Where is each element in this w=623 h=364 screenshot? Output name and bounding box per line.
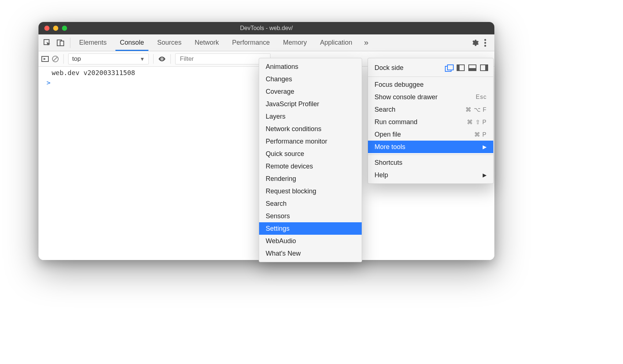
submenu-item-remote-devices[interactable]: Remote devices bbox=[259, 160, 362, 172]
submenu-item-label: WebAudio bbox=[266, 237, 296, 245]
submenu-item-webaudio[interactable]: WebAudio bbox=[259, 235, 362, 247]
menu-item-shortcut: ⌘ ⇧ P bbox=[467, 119, 487, 126]
submenu-item-performance-monitor[interactable]: Performance monitor bbox=[259, 135, 362, 148]
execution-context-select[interactable]: top ▼ bbox=[68, 53, 149, 64]
gear-icon[interactable] bbox=[471, 39, 479, 47]
submenu-item-what-s-new[interactable]: What's New bbox=[259, 247, 362, 260]
submenu-item-rendering[interactable]: Rendering bbox=[259, 172, 362, 185]
submenu-item-quick-source[interactable]: Quick source bbox=[259, 148, 362, 160]
menu-item-label: Focus debuggee bbox=[375, 81, 424, 89]
submenu-item-coverage[interactable]: Coverage bbox=[259, 85, 362, 98]
svg-point-3 bbox=[484, 39, 486, 41]
menu-item-label: Shortcuts bbox=[375, 159, 402, 167]
panel-tabs-bar: ElementsConsoleSourcesNetworkPerformance… bbox=[38, 34, 494, 51]
dock-right-icon[interactable] bbox=[480, 64, 488, 71]
window-title: DevTools - web.dev/ bbox=[38, 25, 494, 31]
traffic-lights bbox=[44, 26, 67, 31]
dock-left-icon[interactable] bbox=[457, 64, 465, 71]
submenu-item-label: Request blocking bbox=[266, 187, 316, 195]
submenu-item-changes[interactable]: Changes bbox=[259, 73, 362, 85]
submenu-item-label: Layers bbox=[266, 113, 285, 120]
menu-item-focus-debuggee[interactable]: Focus debuggee bbox=[368, 78, 493, 91]
submenu-item-label: What's New bbox=[266, 250, 301, 257]
more-tools-submenu: AnimationsChangesCoverageJavaScript Prof… bbox=[259, 58, 362, 262]
menu-item-label: Show console drawer bbox=[375, 93, 438, 101]
tabs-overflow-button[interactable]: » bbox=[359, 34, 373, 51]
menu-item-shortcut: ⌘ P bbox=[474, 131, 487, 138]
submenu-item-label: Changes bbox=[266, 75, 292, 83]
live-expression-icon[interactable] bbox=[158, 55, 166, 63]
svg-point-4 bbox=[484, 42, 486, 44]
submenu-item-animations[interactable]: Animations bbox=[259, 60, 362, 73]
menu-separator bbox=[368, 77, 493, 77]
submenu-item-label: Performance monitor bbox=[266, 138, 327, 145]
submenu-item-label: Search bbox=[266, 200, 287, 208]
dock-undock-icon[interactable] bbox=[445, 64, 453, 71]
menu-item-show-console-drawer[interactable]: Show console drawerEsc bbox=[368, 91, 493, 103]
submenu-item-label: Network conditions bbox=[266, 125, 321, 133]
chevron-right-icon: ▶ bbox=[483, 172, 487, 178]
dock-side-row: Dock side bbox=[368, 60, 493, 75]
menu-item-run-command[interactable]: Run command⌘ ⇧ P bbox=[368, 116, 493, 128]
tab-elements[interactable]: Elements bbox=[73, 34, 113, 51]
kebab-menu-icon[interactable] bbox=[484, 39, 486, 47]
dock-side-icons bbox=[445, 64, 488, 71]
submenu-item-search[interactable]: Search bbox=[259, 197, 362, 210]
execution-context-value: top bbox=[72, 55, 81, 63]
sidebar-toggle-icon[interactable] bbox=[41, 55, 49, 63]
tab-network[interactable]: Network bbox=[188, 34, 225, 51]
device-toolbar-icon[interactable] bbox=[57, 39, 64, 47]
separator bbox=[63, 54, 64, 64]
submenu-item-label: Remote devices bbox=[266, 163, 313, 170]
submenu-item-sensors[interactable]: Sensors bbox=[259, 210, 362, 222]
close-window-button[interactable] bbox=[44, 26, 49, 31]
tab-sources[interactable]: Sources bbox=[151, 34, 188, 51]
submenu-item-label: Animations bbox=[266, 63, 298, 71]
submenu-item-label: Sensors bbox=[266, 212, 290, 220]
submenu-item-label: Rendering bbox=[266, 175, 296, 183]
chevron-right-icon: ▶ bbox=[483, 144, 487, 150]
submenu-item-label: Coverage bbox=[266, 88, 294, 96]
svg-rect-2 bbox=[60, 41, 64, 46]
main-menu: Dock side Focus debuggeeShow console dra… bbox=[368, 58, 494, 184]
titlebar: DevTools - web.dev/ bbox=[38, 22, 494, 34]
submenu-item-javascript-profiler[interactable]: JavaScript Profiler bbox=[259, 98, 362, 110]
submenu-item-settings[interactable]: Settings bbox=[259, 222, 362, 235]
menu-item-shortcuts[interactable]: Shortcuts bbox=[368, 156, 493, 169]
chevron-down-icon: ▼ bbox=[140, 56, 145, 62]
inspect-element-icon[interactable] bbox=[44, 39, 51, 47]
separator bbox=[170, 54, 171, 64]
clear-console-icon[interactable] bbox=[52, 55, 59, 63]
submenu-item-label: JavaScript Profiler bbox=[266, 100, 319, 108]
dock-bottom-icon[interactable] bbox=[468, 64, 476, 71]
tab-memory[interactable]: Memory bbox=[276, 34, 313, 51]
menu-item-open-file[interactable]: Open file⌘ P bbox=[368, 128, 493, 141]
maximize-window-button[interactable] bbox=[62, 26, 67, 31]
separator bbox=[70, 38, 70, 48]
submenu-item-label: Settings bbox=[266, 225, 290, 233]
menu-item-shortcut: ⌘ ⌥ F bbox=[465, 106, 487, 113]
filter-input[interactable] bbox=[175, 53, 270, 64]
menu-item-label: Open file bbox=[375, 131, 401, 138]
menu-item-label: Help bbox=[375, 171, 388, 179]
separator bbox=[153, 54, 154, 64]
svg-line-8 bbox=[54, 57, 57, 61]
minimize-window-button[interactable] bbox=[53, 26, 58, 31]
menu-item-shortcut: Esc bbox=[476, 94, 487, 100]
tab-application[interactable]: Application bbox=[313, 34, 359, 51]
submenu-item-label: Quick source bbox=[266, 150, 304, 158]
menu-item-label: More tools bbox=[375, 143, 405, 151]
menu-item-more-tools[interactable]: More tools▶ bbox=[368, 141, 493, 153]
svg-point-5 bbox=[484, 45, 486, 47]
menu-item-label: Run command bbox=[375, 118, 417, 126]
submenu-item-layers[interactable]: Layers bbox=[259, 110, 362, 123]
submenu-item-request-blocking[interactable]: Request blocking bbox=[259, 185, 362, 197]
menu-separator bbox=[368, 155, 493, 155]
tab-performance[interactable]: Performance bbox=[225, 34, 276, 51]
menu-item-label: Search bbox=[375, 106, 395, 114]
tab-console[interactable]: Console bbox=[113, 34, 151, 51]
menu-item-help[interactable]: Help▶ bbox=[368, 169, 493, 181]
menu-item-search[interactable]: Search⌘ ⌥ F bbox=[368, 103, 493, 116]
submenu-item-network-conditions[interactable]: Network conditions bbox=[259, 123, 362, 135]
dock-side-label: Dock side bbox=[375, 64, 403, 72]
